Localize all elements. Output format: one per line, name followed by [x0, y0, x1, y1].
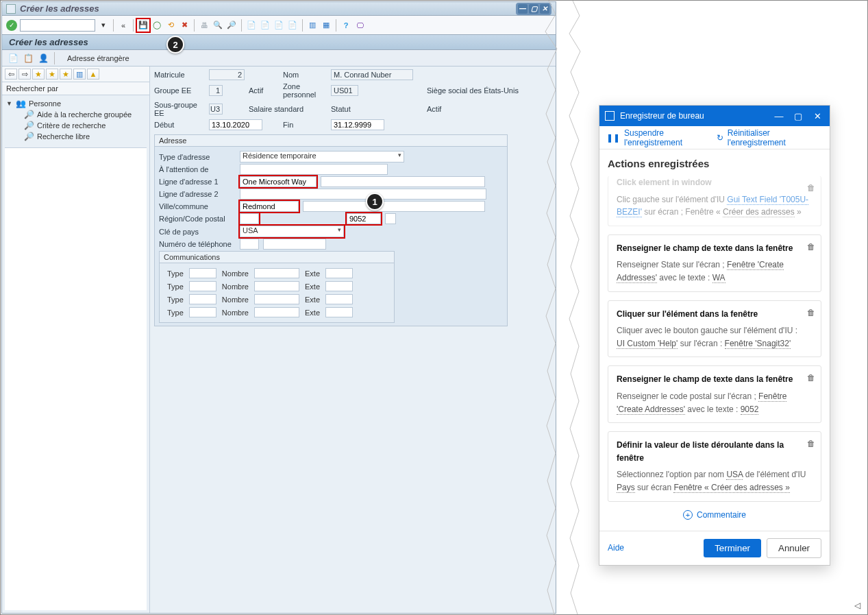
comm-type-input[interactable]	[189, 281, 216, 291]
recorder-titlebar: Enregistreur de bureau — ▢ ✕	[599, 106, 830, 126]
separator-icon	[241, 19, 242, 32]
back-button[interactable]: ◯	[151, 20, 162, 31]
comm-num-input[interactable]	[254, 268, 299, 278]
nav-back-icon[interactable]: ⇦	[5, 69, 17, 80]
comm-num-input[interactable]	[254, 281, 299, 291]
phone-number-input[interactable]	[263, 239, 326, 250]
cancel-button[interactable]: Annuler	[767, 538, 821, 558]
add-comment-button[interactable]: + Commentaire	[608, 510, 821, 520]
comm-ext-input[interactable]	[325, 268, 353, 278]
country-select[interactable]: USA	[240, 226, 344, 237]
delete-action-button[interactable]: 🗑	[807, 182, 815, 195]
tree-item-grouped-search[interactable]: 🔎 Aide à la recherche groupée	[24, 109, 145, 120]
debut-input[interactable]	[209, 119, 262, 130]
action-link[interactable]: WA	[712, 273, 726, 283]
action-link[interactable]: Pays	[617, 483, 635, 493]
delete-action-button[interactable]: 🗑	[807, 241, 815, 254]
action-link[interactable]: USA	[726, 470, 743, 480]
comm-type-input[interactable]	[189, 307, 216, 317]
comm-num-input[interactable]	[254, 307, 299, 317]
addr1-input[interactable]	[240, 176, 317, 187]
doc-new-icon[interactable]: 📄	[8, 53, 18, 64]
fin-input[interactable]	[331, 119, 384, 130]
subtoolbar-label: Adresse étrangère	[67, 54, 129, 62]
phone-area-input[interactable]	[240, 239, 259, 250]
action-link[interactable]: UI Custom 'Help'	[617, 339, 678, 349]
address-type-select[interactable]: Résidence temporaire	[240, 151, 404, 162]
comm-ext-input[interactable]	[325, 294, 353, 304]
tree-item-free-search[interactable]: 🔎 Recherche libre	[24, 131, 145, 142]
close-button[interactable]: ✕	[540, 4, 549, 14]
nav-fwd-icon[interactable]: ⇨	[18, 69, 31, 80]
sap-titlebar: Créer les adresses — ▢ ✕	[2, 2, 556, 16]
addr2-input[interactable]	[240, 189, 486, 200]
page-last-button[interactable]: 📄	[287, 20, 298, 31]
postal-ext-input[interactable]	[385, 213, 396, 224]
tree-root-personne[interactable]: ▼ 👥 Personne	[6, 98, 145, 109]
layout2-button[interactable]: ▦	[321, 20, 332, 31]
comm-type-input[interactable]	[189, 268, 216, 278]
fav1-icon[interactable]: ★	[32, 69, 45, 80]
action-text: Clic gauche sur l'élément d'IU Gui Text …	[617, 195, 808, 218]
cancel-button[interactable]: ✖	[179, 20, 190, 31]
command-dropdown-icon[interactable]: ▾	[98, 20, 109, 31]
action-link[interactable]: Créer des adresses	[723, 207, 795, 217]
delete-action-button[interactable]: 🗑	[807, 372, 815, 385]
addr2-label: Ligne d'adresse 2	[159, 190, 236, 198]
nav-button-row: ⇦ ⇨ ★ ★ ★ ▥ ▲	[2, 67, 149, 82]
city-input-ext[interactable]	[303, 201, 485, 212]
comm-num-input[interactable]	[254, 294, 299, 304]
person-icon[interactable]: 👤	[38, 53, 49, 64]
save-button[interactable]: 💾	[138, 20, 149, 31]
recorder-minimize-button[interactable]: —	[772, 111, 786, 121]
page-first-button[interactable]: 📄	[246, 20, 257, 31]
delete-action-button[interactable]: 🗑	[807, 437, 815, 450]
minimize-button[interactable]: —	[518, 4, 528, 14]
page-up-button[interactable]: 📄	[260, 20, 271, 31]
find-button[interactable]: 🔍	[212, 20, 223, 31]
recorder-close-button[interactable]: ✕	[810, 111, 824, 121]
find-next-button[interactable]: 🔎	[226, 20, 237, 31]
comm-type-input[interactable]	[189, 294, 216, 304]
attention-input[interactable]	[240, 164, 388, 175]
print-button[interactable]: 🖶	[199, 20, 210, 31]
comm-ext-label: Exte	[303, 267, 322, 279]
exit-button[interactable]: ⟲	[165, 20, 176, 31]
action-link[interactable]: Fenêtre 'Snagit32'	[725, 339, 791, 349]
page-down-button[interactable]: 📄	[273, 20, 284, 31]
done-button[interactable]: Terminer	[704, 539, 761, 557]
action-link[interactable]: Fenêtre « Créer des adresses »	[673, 483, 789, 493]
gui-options-button[interactable]: 🖵	[354, 20, 365, 31]
results-panel	[5, 147, 147, 610]
comm-ext-input[interactable]	[325, 281, 353, 291]
separator-icon	[336, 19, 336, 32]
pause-recording-button[interactable]: ❚❚ Suspendre l'enregistrement	[606, 128, 717, 147]
postal-input[interactable]	[347, 213, 381, 224]
up-icon[interactable]: ▲	[87, 69, 99, 80]
enter-button[interactable]: ✓	[6, 20, 17, 31]
sap-window: Créer les adresses — ▢ ✕ ✓ ▾ « 💾 ◯ ⟲ ✖ 🖶…	[1, 1, 556, 614]
layout1-button[interactable]: ▥	[307, 20, 318, 31]
delete-action-button[interactable]: 🗑	[807, 306, 815, 319]
command-field[interactable]	[20, 19, 95, 32]
fav3-icon[interactable]: ★	[60, 69, 72, 80]
tree-item-search-criteria[interactable]: 🔎 Critère de recherche	[24, 120, 145, 131]
reset-recording-button[interactable]: ↻ Réinitialiser l'enregistrement	[717, 128, 823, 147]
city-input[interactable]	[240, 201, 299, 212]
table-row: Type Nombre Exte	[165, 267, 355, 279]
addr1-input-ext[interactable]	[321, 176, 485, 187]
sidebar: ⇦ ⇨ ★ ★ ★ ▥ ▲ Rechercher par ▼ 👥 Personn…	[2, 67, 150, 613]
comm-ext-input[interactable]	[325, 307, 353, 317]
help-link[interactable]: Aide	[608, 543, 624, 553]
region-input[interactable]	[240, 213, 259, 224]
maximize-button[interactable]: ▢	[529, 4, 538, 14]
doc-copy-icon[interactable]: 📋	[23, 53, 34, 64]
action-link[interactable]: 9052	[741, 405, 759, 415]
fav2-icon[interactable]: ★	[46, 69, 58, 80]
layout-icon[interactable]: ▥	[73, 69, 86, 80]
recorder-heading: Actions enregistrées	[608, 158, 821, 169]
recorder-maximize-button[interactable]: ▢	[791, 111, 805, 121]
address-box-title: Adresse	[155, 135, 507, 147]
help-button[interactable]: ?	[340, 20, 351, 31]
collapse-button[interactable]: «	[118, 20, 129, 31]
